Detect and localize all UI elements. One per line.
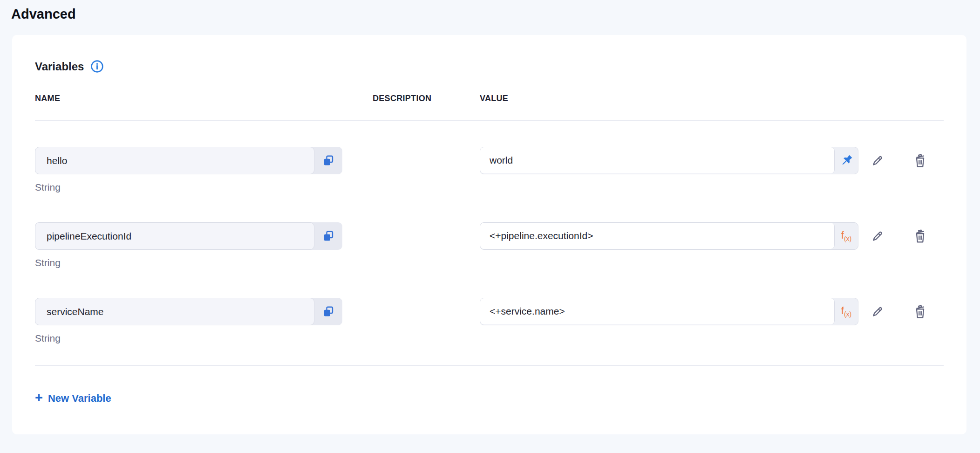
- variables-table-header: NAME DESCRIPTION VALUE: [35, 91, 944, 105]
- page-title: Advanced: [0, 0, 980, 35]
- variable-value-input[interactable]: [480, 298, 835, 324]
- copy-icon: [321, 229, 335, 243]
- variable-type-label: String: [35, 257, 342, 268]
- edit-variable-button[interactable]: [867, 226, 887, 247]
- pencil-icon: [869, 227, 886, 245]
- variable-type-label: String: [35, 333, 342, 344]
- trash-icon: [912, 227, 929, 245]
- copy-icon: [321, 154, 335, 168]
- delete-variable-button[interactable]: [910, 302, 930, 322]
- copy-icon: [321, 305, 335, 319]
- variables-panel: Variables NAME DESCRIPTION VALUE String: [12, 35, 966, 434]
- fx-expression-icon: f(x): [841, 306, 851, 317]
- name-cell: String: [35, 222, 342, 268]
- expression-toggle[interactable]: f(x): [835, 298, 858, 325]
- pencil-icon: [869, 152, 886, 169]
- column-header-name: NAME: [35, 94, 342, 103]
- variable-name-field: [35, 147, 342, 174]
- variable-value-input[interactable]: [480, 147, 835, 173]
- edit-variable-button[interactable]: [867, 151, 887, 171]
- name-cell: String: [35, 147, 342, 193]
- variable-name-field: [35, 298, 342, 325]
- variable-value-field: f(x): [480, 222, 858, 250]
- column-header-description: DESCRIPTION: [373, 94, 480, 103]
- row-actions: [867, 222, 944, 250]
- trash-icon: [912, 152, 929, 169]
- delete-variable-button[interactable]: [910, 151, 930, 171]
- pin-icon: [839, 153, 854, 168]
- info-icon[interactable]: [90, 59, 104, 74]
- variables-heading-label: Variables: [35, 60, 84, 73]
- variable-name-field: [35, 222, 342, 250]
- pencil-icon: [869, 303, 886, 320]
- fixed-value-toggle[interactable]: [835, 147, 858, 174]
- table-row: String: [35, 147, 944, 193]
- new-variable-label: New Variable: [48, 392, 111, 405]
- trash-icon: [912, 303, 929, 320]
- variable-name-input[interactable]: [35, 147, 314, 174]
- table-row: String f(x): [35, 222, 944, 268]
- new-variable-button[interactable]: + New Variable: [35, 392, 111, 405]
- variable-value-field: f(x): [480, 298, 858, 325]
- edit-variable-button[interactable]: [867, 302, 887, 322]
- plus-icon: +: [35, 391, 43, 405]
- variables-rows: String: [35, 121, 944, 344]
- variable-name-input[interactable]: [35, 222, 314, 250]
- copy-button[interactable]: [314, 298, 342, 325]
- row-actions: [867, 147, 944, 174]
- variable-name-input[interactable]: [35, 298, 314, 325]
- fx-expression-icon: f(x): [841, 230, 851, 242]
- column-header-value: VALUE: [480, 94, 858, 103]
- expression-toggle[interactable]: f(x): [835, 223, 858, 249]
- row-actions: [867, 298, 944, 325]
- delete-variable-button[interactable]: [910, 226, 930, 247]
- variable-value-input[interactable]: [480, 223, 835, 249]
- table-row: String f(x): [35, 298, 944, 344]
- copy-button[interactable]: [314, 147, 342, 174]
- footer-divider: [35, 365, 944, 366]
- variables-heading: Variables: [35, 59, 944, 74]
- copy-button[interactable]: [314, 222, 342, 250]
- variable-value-field: [480, 147, 858, 174]
- name-cell: String: [35, 298, 342, 344]
- variable-type-label: String: [35, 182, 342, 193]
